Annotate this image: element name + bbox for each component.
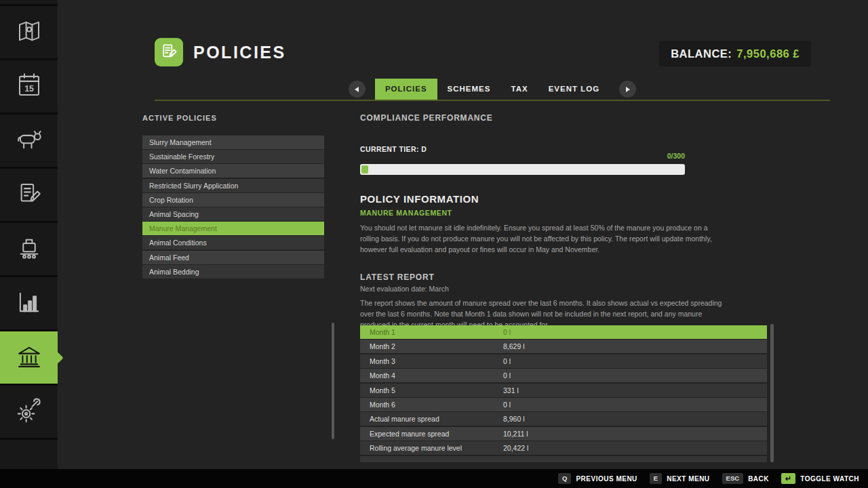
construction-icon [15, 396, 43, 428]
compliance-progress-fill [361, 165, 368, 174]
report-row-label: Month 5 [370, 384, 503, 397]
latest-report-title: LATEST REPORT [360, 272, 435, 282]
report-row-value: 0 l [503, 325, 767, 339]
policies-screen: 15 POLICIES BALANCE: 7,950,686 £ POLICIE… [0, 0, 868, 488]
report-row-label: Month 2 [370, 340, 503, 353]
animals-icon [15, 125, 43, 157]
report-table-scrollbar[interactable] [770, 324, 774, 462]
report-row: Expected manure spread10,211 l [360, 427, 767, 441]
active-policies-title: ACTIVE POLICIES [142, 114, 217, 122]
chevron-left-icon [355, 87, 359, 92]
hotkey-toggle-watch[interactable]: ↵TOGGLE WATCH [781, 473, 859, 484]
hotkey-label: TOGGLE WATCH [800, 475, 859, 483]
report-row: Month 5331 l [360, 384, 767, 397]
content-scrollbar[interactable] [332, 323, 334, 439]
report-row-value: 10,211 l [503, 427, 767, 441]
tabs-prev-button[interactable] [349, 81, 366, 98]
report-table: Month 10 lMonth 28,629 lMonth 30 lMonth … [360, 325, 767, 462]
report-row-value: 0 l [503, 369, 767, 382]
balance-value: 7,950,686 £ [736, 47, 800, 60]
calendar-icon: 15 [15, 71, 43, 102]
policies-page-icon [155, 38, 183, 66]
sidebar-item-statistics[interactable] [0, 277, 58, 331]
balance-label: BALANCE: [671, 47, 732, 60]
key-badge: E [650, 473, 662, 484]
hotkey-label: NEXT MENU [667, 475, 709, 483]
sidebar: 15 [0, 0, 58, 469]
policy-information-title: POLICY INFORMATION [360, 193, 479, 205]
chevron-right-icon [626, 87, 630, 92]
report-row: Month 60 l [360, 398, 767, 411]
report-row: Month 30 l [360, 354, 767, 368]
tab-policies[interactable]: POLICIES [375, 79, 437, 100]
sidebar-item-policies[interactable] [0, 331, 58, 386]
report-row-label: Month 6 [370, 398, 503, 411]
sidebar-item-calendar[interactable]: 15 [0, 60, 58, 115]
sidebar-item-animals[interactable] [0, 115, 58, 169]
report-row-value: 20,422 l [503, 441, 767, 455]
tabs-next-button[interactable] [619, 81, 636, 98]
report-row-label: Month 1 [370, 325, 503, 339]
compliance-progress-bar [360, 164, 685, 175]
page-title: POLICIES [193, 43, 286, 62]
svg-text:15: 15 [24, 83, 34, 93]
report-row-value: 0 l [503, 398, 767, 411]
tab-bar: POLICIESSCHEMESTAXEVENT LOG [155, 79, 830, 100]
hotkey-back[interactable]: ESCBACK [722, 473, 769, 484]
report-row-label: Rolling average manure level [370, 441, 503, 455]
hotkey-next-menu[interactable]: ENEXT MENU [650, 473, 710, 484]
sidebar-item-contracts[interactable] [0, 169, 58, 223]
key-badge: ESC [722, 473, 744, 484]
report-row: Month 10 l [360, 325, 767, 339]
report-row: Month 40 l [360, 369, 767, 382]
sidebar-item-map[interactable] [0, 6, 58, 60]
policy-list-item[interactable]: Manure Management [142, 222, 324, 235]
tab-event-log[interactable]: EVENT LOG [538, 79, 610, 100]
key-badge: Q [558, 473, 571, 484]
policy-name: MANURE MANAGEMENT [360, 209, 452, 217]
policy-list-item[interactable]: Slurry Management [142, 136, 324, 149]
tab-tax[interactable]: TAX [500, 79, 538, 100]
report-row-value: 8,629 l [503, 340, 767, 353]
report-row-value: 331 l [503, 384, 767, 397]
contracts-icon [15, 180, 43, 211]
report-row-label: Month 3 [370, 354, 503, 368]
bottom-hotkey-bar: QPREVIOUS MENUENEXT MENUESCBACK↵TOGGLE W… [0, 469, 868, 488]
report-row-label: Expected manure spread [370, 427, 503, 441]
hotkey-label: BACK [748, 475, 769, 483]
report-row: Month 28,629 l [360, 340, 767, 353]
policy-list-item[interactable]: Animal Conditions [142, 236, 324, 249]
active-policies-list: Slurry ManagementSustainable ForestryWat… [142, 136, 324, 279]
report-row: Actual manure spread8,960 l [360, 412, 767, 426]
statistics-icon [15, 288, 43, 319]
map-icon [15, 17, 43, 48]
report-row-label: Month 4 [370, 369, 503, 382]
report-row-value: 0 l [503, 354, 767, 368]
report-row-value: 8,960 l [503, 412, 767, 426]
policy-list-item[interactable]: Animal Feed [142, 251, 324, 264]
enter-key-icon: ↵ [781, 473, 795, 484]
hotkey-label: PREVIOUS MENU [576, 475, 637, 483]
policy-list-item[interactable]: Animal Bedding [142, 265, 324, 279]
sidebar-top-spacer [0, 0, 58, 6]
policy-list-item[interactable]: Animal Spacing [142, 207, 324, 221]
tab-underline [155, 100, 830, 101]
production-icon [15, 234, 43, 265]
policy-list-item[interactable]: Restricted Slurry Application [142, 179, 324, 192]
sidebar-item-production[interactable] [0, 223, 58, 277]
report-row: Rolling average manure level20,422 l [360, 441, 767, 455]
policy-list-item[interactable]: Crop Rotation [142, 193, 324, 207]
policy-list-item[interactable]: Sustainable Forestry [142, 150, 324, 163]
policies-icon [15, 342, 43, 373]
sidebar-item-construction[interactable] [0, 386, 58, 440]
report-row-label: Actual manure spread [370, 412, 503, 426]
compliance-title: COMPLIANCE PERFORMANCE [360, 113, 493, 123]
policy-description: You should not let manure sit idle indef… [360, 223, 727, 255]
balance-display: BALANCE: 7,950,686 £ [659, 41, 811, 66]
report-row-partial [360, 456, 767, 462]
tab-schemes[interactable]: SCHEMES [437, 79, 501, 100]
hotkey-previous-menu[interactable]: QPREVIOUS MENU [558, 473, 637, 484]
policy-list-item[interactable]: Water Contamination [142, 164, 324, 178]
next-evaluation-date: Next evaluation date: March [360, 285, 449, 293]
tabs: POLICIESSCHEMESTAXEVENT LOG [375, 79, 610, 100]
